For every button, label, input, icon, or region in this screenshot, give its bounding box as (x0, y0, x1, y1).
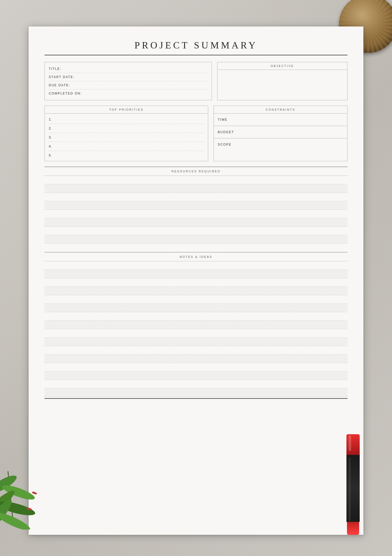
completed-on-row: COMPLETED ON: (49, 89, 208, 97)
objective-header: OBJECTIVE (217, 62, 348, 70)
priority-item-1[interactable]: 1. (49, 115, 204, 124)
note-line-10 (44, 338, 348, 346)
resource-line-4 (44, 201, 348, 210)
resource-line-2 (44, 184, 348, 193)
note-line-4 (44, 287, 348, 295)
marker-cap (346, 434, 360, 455)
marker-body (346, 455, 360, 522)
note-line-3 (44, 278, 348, 287)
notes-lined-area (44, 261, 348, 397)
constraints-box: CONSTRAINTS TIME BUDGET SCOPE (213, 106, 348, 161)
top-section: TITLE: START DATE: DUE DATE: COMPLETED O… (44, 62, 348, 100)
priority-item-4[interactable]: 4. (49, 142, 204, 151)
objective-box: OBJECTIVE (217, 62, 348, 100)
note-line-5 (44, 295, 348, 304)
note-line-11 (44, 346, 348, 355)
title-row: TITLE: (49, 65, 208, 73)
priority-item-3[interactable]: 3. (49, 133, 204, 142)
note-line-7 (44, 312, 348, 321)
svg-point-8 (32, 491, 37, 495)
start-date-row: START DATE: (49, 73, 208, 81)
resources-lined-area (44, 176, 348, 252)
note-line-14 (44, 371, 348, 380)
due-date-row: DUE DATE: (49, 81, 208, 89)
constraint-scope: SCOPE (214, 138, 347, 151)
priority-item-5[interactable]: 5. (49, 151, 204, 160)
marker-tip (347, 522, 359, 535)
note-line-1 (44, 261, 348, 270)
objective-body[interactable] (217, 70, 348, 100)
priorities-box: TOP PRIORITIES 1. 2. 3. 4. 5. (44, 106, 208, 161)
resource-line-1 (44, 176, 348, 184)
constraints-header: CONSTRAINTS (214, 106, 347, 114)
project-info-box: TITLE: START DATE: DUE DATE: COMPLETED O… (44, 62, 212, 100)
constraint-budget: BUDGET (214, 126, 347, 138)
notes-section: NOTES & IDEAS (44, 252, 348, 399)
note-line-13 (44, 363, 348, 371)
middle-section: TOP PRIORITIES 1. 2. 3. 4. 5. CONSTRAINT… (44, 106, 348, 161)
resource-line-7 (44, 227, 348, 235)
plant-decoration (0, 397, 66, 530)
note-line-16 (44, 388, 348, 397)
note-line-2 (44, 270, 348, 278)
priorities-header: TOP PRIORITIES (45, 106, 208, 114)
note-line-15 (44, 380, 348, 388)
note-line-6 (44, 304, 348, 312)
priorities-list: 1. 2. 3. 4. 5. (45, 114, 208, 161)
resource-line-8 (44, 235, 348, 244)
resource-line-5 (44, 210, 348, 218)
note-line-9 (44, 329, 348, 338)
title-divider (44, 55, 348, 55)
constraint-time: TIME (214, 114, 347, 126)
resource-line-9 (44, 244, 348, 252)
document-paper: PROJECT SUMMARY TITLE: START DATE: DUE D… (29, 26, 363, 535)
plant-svg (0, 397, 66, 530)
resource-line-3 (44, 193, 348, 201)
document-title: PROJECT SUMMARY (44, 40, 348, 51)
resources-header: RESOURCES REQUIRED (44, 167, 348, 176)
bottom-divider (44, 398, 348, 399)
note-line-8 (44, 321, 348, 329)
priority-item-2[interactable]: 2. (49, 124, 204, 133)
marker-decoration (346, 434, 360, 535)
resources-section: RESOURCES REQUIRED (44, 167, 348, 252)
notes-header: NOTES & IDEAS (44, 253, 348, 261)
note-line-12 (44, 355, 348, 363)
resource-line-6 (44, 218, 348, 227)
